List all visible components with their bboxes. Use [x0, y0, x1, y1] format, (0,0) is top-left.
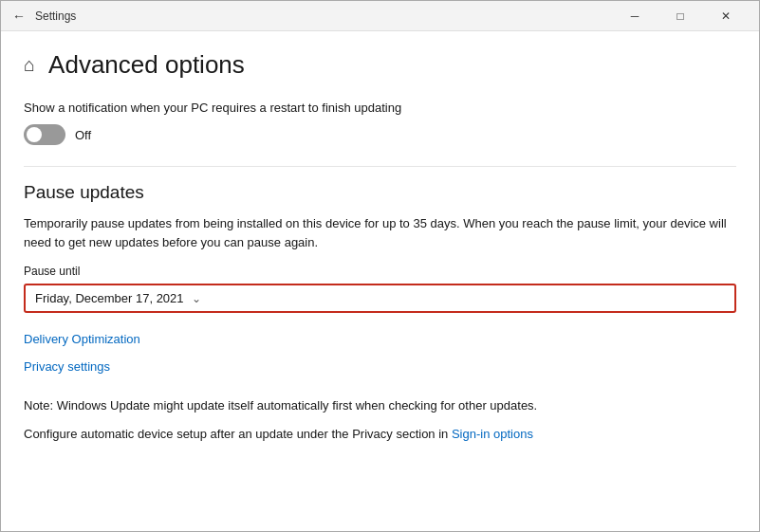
page-title: Advanced options	[48, 50, 245, 80]
date-value: Friday, December 17, 2021	[35, 291, 184, 305]
close-button[interactable]: ✕	[704, 1, 748, 31]
minimize-button[interactable]: ─	[613, 1, 657, 31]
notification-label: Show a notification when your PC require…	[24, 101, 736, 115]
chevron-down-icon: ⌄	[192, 292, 201, 305]
maximize-button[interactable]: □	[658, 1, 702, 31]
pause-updates-heading: Pause updates	[24, 182, 736, 203]
notification-toggle[interactable]	[24, 124, 65, 145]
section-divider	[24, 166, 736, 167]
privacy-settings-link[interactable]: Privacy settings	[24, 359, 736, 374]
page-header: ⌂ Advanced options	[24, 50, 736, 80]
toggle-state-label: Off	[75, 128, 91, 142]
sign-in-options-link[interactable]: Sign-in options	[452, 427, 533, 441]
pause-until-label: Pause until	[24, 265, 736, 278]
titlebar: ← Settings ─ □ ✕	[1, 1, 759, 31]
note2-text: Configure automatic device setup after a…	[24, 425, 736, 444]
titlebar-controls: ─ □ ✕	[613, 1, 748, 31]
titlebar-left: ← Settings	[12, 9, 76, 24]
note1-text: Note: Windows Update might update itself…	[24, 396, 736, 415]
main-content: ⌂ Advanced options Show a notification w…	[1, 31, 759, 532]
note2-prefix: Configure automatic device setup after a…	[24, 427, 452, 441]
toggle-track	[24, 124, 65, 145]
date-dropdown[interactable]: Friday, December 17, 2021 ⌄	[24, 284, 736, 313]
back-button[interactable]: ←	[12, 9, 26, 24]
toggle-thumb	[27, 127, 42, 142]
notes-area: Note: Windows Update might update itself…	[24, 396, 736, 452]
pause-updates-description: Temporarily pause updates from being ins…	[24, 214, 736, 251]
notification-toggle-row: Off	[24, 124, 736, 145]
home-icon: ⌂	[24, 54, 35, 76]
delivery-optimization-link[interactable]: Delivery Optimization	[24, 332, 736, 346]
titlebar-title: Settings	[35, 9, 76, 23]
